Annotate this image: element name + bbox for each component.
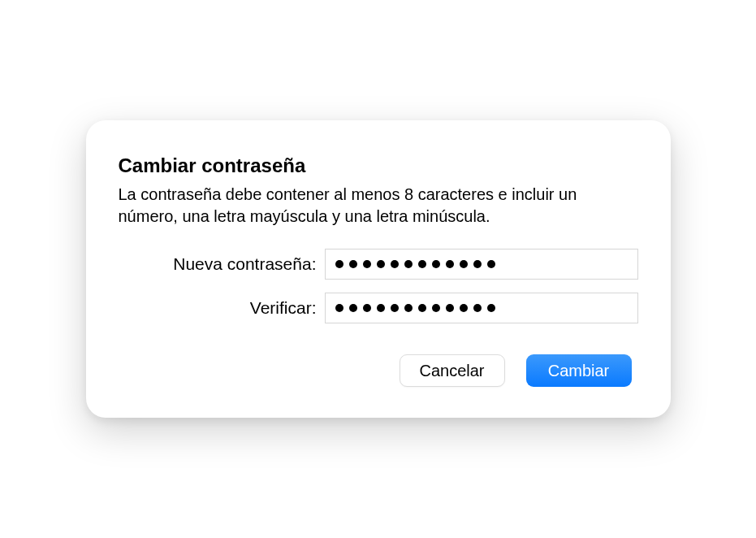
change-password-dialog: Cambiar contraseña La contraseña debe co… (86, 120, 671, 418)
password-dot (335, 260, 343, 268)
new-password-row: Nueva contraseña: (119, 249, 638, 280)
password-dot (446, 304, 454, 312)
password-dot (487, 304, 495, 312)
verify-password-dots (334, 304, 495, 312)
confirm-button[interactable]: Cambiar (526, 354, 632, 387)
password-dot (335, 304, 343, 312)
password-dot (460, 260, 468, 268)
password-dot (418, 260, 426, 268)
dialog-description: La contraseña debe contener al menos 8 c… (119, 184, 638, 228)
password-dot (404, 260, 413, 268)
verify-password-row: Verificar: (119, 293, 638, 323)
new-password-input[interactable] (325, 249, 638, 280)
password-dot (404, 304, 413, 312)
button-row: Cancelar Cambiar (119, 354, 638, 387)
password-dot (349, 260, 357, 268)
password-dot (432, 304, 440, 312)
new-password-dots (334, 260, 495, 268)
cancel-button[interactable]: Cancelar (400, 354, 505, 387)
verify-password-input[interactable] (325, 293, 638, 323)
password-dot (391, 304, 399, 312)
password-dot (432, 260, 440, 268)
password-dot (446, 260, 454, 268)
new-password-label-cell: Nueva contraseña: (119, 254, 325, 274)
password-dot (377, 304, 385, 312)
password-dot (363, 260, 371, 268)
password-dot (391, 260, 399, 268)
password-dot (377, 260, 385, 268)
password-dot (349, 304, 357, 312)
new-password-label: Nueva contraseña: (173, 254, 316, 273)
dialog-title: Cambiar contraseña (119, 154, 638, 177)
password-dot (473, 260, 482, 268)
password-dot (363, 304, 371, 312)
password-dot (473, 304, 482, 312)
form-container: Nueva contraseña: Verificar: (119, 249, 638, 323)
password-dot (487, 260, 495, 268)
password-dot (418, 304, 426, 312)
verify-password-label-cell: Verificar: (119, 298, 325, 318)
password-dot (460, 304, 468, 312)
verify-password-label: Verificar: (250, 298, 317, 317)
